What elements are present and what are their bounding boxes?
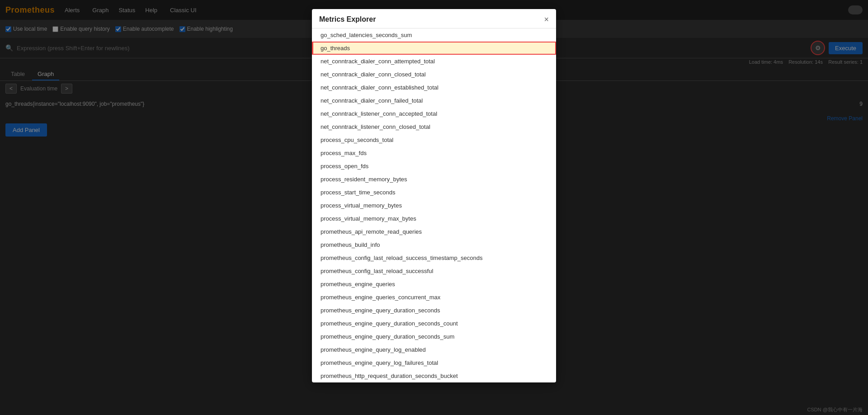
metric-item[interactable]: prometheus_config_last_reload_success_ti… <box>312 251 556 264</box>
metrics-explorer-modal: Metrics Explorer × go_sched_latencies_se… <box>312 9 556 382</box>
metric-item[interactable]: process_virtual_memory_max_bytes <box>312 212 556 225</box>
metric-item[interactable]: prometheus_engine_queries <box>312 278 556 291</box>
metric-item[interactable]: net_conntrack_listener_conn_accepted_tot… <box>312 107 556 120</box>
metric-item[interactable]: net_conntrack_dialer_conn_attempted_tota… <box>312 55 556 68</box>
metric-item[interactable]: prometheus_api_remote_read_queries <box>312 225 556 238</box>
metric-item[interactable]: net_conntrack_dialer_conn_failed_total <box>312 94 556 107</box>
metric-item[interactable]: process_virtual_memory_bytes <box>312 199 556 212</box>
modal-close-button[interactable]: × <box>544 15 549 24</box>
metric-item[interactable]: net_conntrack_dialer_conn_established_to… <box>312 81 556 94</box>
metric-item[interactable]: process_cpu_seconds_total <box>312 133 556 146</box>
metric-item[interactable]: process_open_fds <box>312 160 556 173</box>
metric-item[interactable]: prometheus_config_last_reload_successful <box>312 264 556 278</box>
metric-item[interactable]: prometheus_engine_query_log_failures_tot… <box>312 356 556 369</box>
metric-item[interactable]: go_sched_latencies_seconds_sum <box>312 28 556 42</box>
metric-item[interactable]: process_start_time_seconds <box>312 186 556 199</box>
modal-header: Metrics Explorer × <box>312 9 556 28</box>
modal-overlay: Metrics Explorer × go_sched_latencies_se… <box>0 0 868 415</box>
metric-item[interactable]: process_resident_memory_bytes <box>312 173 556 186</box>
modal-body: go_sched_latencies_seconds_sumgo_threads… <box>312 28 556 382</box>
metric-item[interactable]: process_max_fds <box>312 146 556 160</box>
metric-item[interactable]: prometheus_engine_query_duration_seconds… <box>312 317 556 330</box>
metric-item[interactable]: prometheus_build_info <box>312 238 556 251</box>
metric-item[interactable]: net_conntrack_dialer_conn_closed_total <box>312 68 556 81</box>
metric-item[interactable]: prometheus_engine_query_duration_seconds <box>312 304 556 317</box>
modal-title: Metrics Explorer <box>319 15 376 24</box>
metric-item[interactable]: prometheus_http_request_duration_seconds… <box>312 369 556 382</box>
metric-item[interactable]: prometheus_engine_queries_concurrent_max <box>312 291 556 304</box>
metric-item[interactable]: go_threads <box>312 42 556 55</box>
metric-item[interactable]: prometheus_engine_query_log_enabled <box>312 343 556 356</box>
metric-item[interactable]: prometheus_engine_query_duration_seconds… <box>312 330 556 343</box>
metric-item[interactable]: net_conntrack_listener_conn_closed_total <box>312 120 556 133</box>
